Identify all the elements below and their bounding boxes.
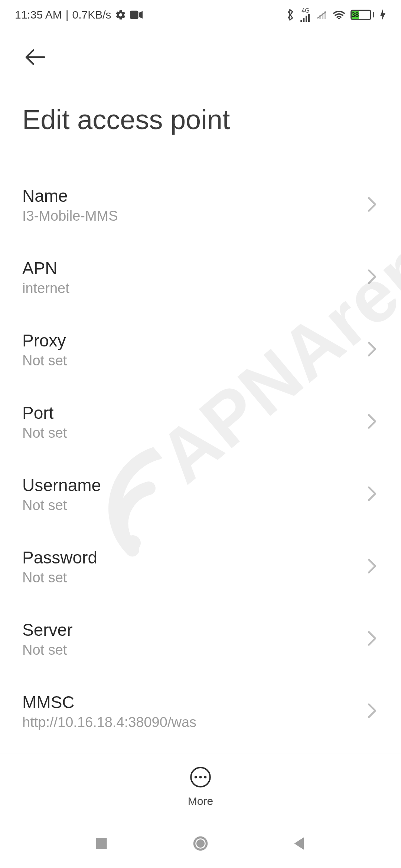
system-nav-bar	[0, 820, 401, 868]
charging-icon	[379, 9, 386, 20]
setting-item-name[interactable]: Name I3-Mobile-MMS	[22, 169, 379, 241]
setting-label: Password	[22, 548, 97, 568]
setting-value: Not set	[22, 642, 72, 658]
chevron-right-icon	[366, 268, 379, 287]
setting-item-mmsc[interactable]: MMSC http://10.16.18.4:38090/was	[22, 675, 379, 747]
chevron-right-icon	[366, 558, 379, 576]
chevron-right-icon	[366, 196, 379, 214]
triangle-left-icon	[291, 835, 308, 853]
more-label: More	[188, 795, 213, 808]
svg-rect-17	[96, 838, 107, 849]
setting-value: Not set	[22, 353, 67, 369]
battery-indicator: 38	[351, 10, 374, 20]
setting-label: Server	[22, 620, 72, 640]
svg-rect-2	[300, 20, 302, 22]
more-icon	[189, 766, 212, 790]
setting-value: Not set	[22, 497, 101, 513]
setting-value: http://10.16.18.4:38090/was	[22, 714, 196, 730]
setting-item-apn[interactable]: APN internet	[22, 241, 379, 313]
status-net-speed: 0.7KB/s	[72, 9, 111, 21]
arrow-left-icon	[23, 45, 47, 70]
signal-sim1-icon	[300, 14, 311, 22]
setting-label: APN	[22, 258, 69, 278]
svg-point-15	[199, 776, 202, 779]
header	[0, 30, 401, 74]
circle-icon	[192, 835, 209, 853]
bluetooth-icon	[286, 9, 295, 21]
status-time: 11:35 AM	[15, 9, 62, 21]
status-separator: |	[66, 9, 69, 21]
back-button[interactable]	[22, 45, 48, 70]
nav-recent-button[interactable]	[90, 833, 113, 855]
setting-item-proxy[interactable]: Proxy Not set	[22, 313, 379, 386]
chevron-right-icon	[366, 413, 379, 431]
setting-label: MMSC	[22, 692, 196, 712]
setting-item-port[interactable]: Port Not set	[22, 386, 379, 458]
battery-percent: 38	[352, 11, 359, 19]
chevron-right-icon	[366, 702, 379, 721]
svg-rect-5	[308, 14, 310, 22]
gear-icon	[115, 9, 126, 20]
page-title: Edit access point	[0, 74, 401, 169]
status-bar: 11:35 AM | 0.7KB/s 4G 38	[0, 0, 401, 30]
nav-home-button[interactable]	[189, 833, 212, 855]
setting-value: Not set	[22, 425, 67, 441]
setting-item-username[interactable]: Username Not set	[22, 458, 379, 530]
setting-label: Port	[22, 403, 67, 423]
nav-back-button[interactable]	[288, 833, 311, 855]
svg-point-19	[196, 839, 205, 848]
setting-item-password[interactable]: Password Not set	[22, 530, 379, 603]
signal-4g-label: 4G	[301, 8, 309, 14]
setting-value: internet	[22, 280, 69, 296]
bottom-action-bar: More	[0, 753, 401, 820]
status-right: 4G 38	[286, 8, 386, 22]
svg-rect-4	[306, 16, 307, 22]
chevron-right-icon	[366, 485, 379, 504]
setting-label: Name	[22, 186, 118, 206]
chevron-right-icon	[366, 630, 379, 648]
setting-item-server[interactable]: Server Not set	[22, 603, 379, 675]
video-icon	[130, 10, 143, 19]
svg-rect-3	[303, 18, 304, 22]
setting-label: Proxy	[22, 331, 67, 351]
wifi-icon	[333, 10, 345, 20]
chevron-right-icon	[366, 341, 379, 359]
status-left: 11:35 AM | 0.7KB/s	[15, 9, 143, 21]
svg-point-11	[338, 18, 340, 20]
setting-value: I3-Mobile-MMS	[22, 208, 118, 224]
signal-sim2-icon	[316, 11, 327, 19]
svg-point-14	[195, 776, 197, 779]
setting-value: Not set	[22, 570, 97, 586]
square-icon	[93, 835, 110, 853]
svg-rect-1	[130, 11, 138, 19]
setting-label: Username	[22, 475, 101, 495]
svg-point-16	[204, 776, 207, 779]
settings-list: Name I3-Mobile-MMS APN internet Proxy No…	[0, 169, 401, 820]
more-button[interactable]: More	[188, 766, 213, 808]
